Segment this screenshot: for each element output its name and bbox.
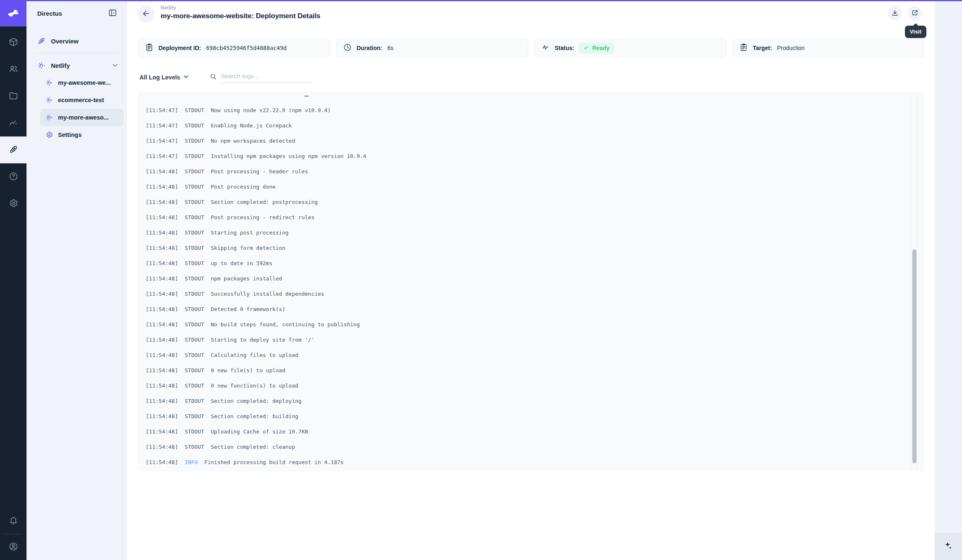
log-level: STDOUT: [185, 184, 204, 190]
log-level: INFO: [185, 459, 197, 465]
duration-card: Duration: 6s: [336, 38, 529, 57]
page-header: Netlify my-more-awesome-website: Deploym…: [127, 0, 935, 37]
user-circle-icon: [9, 542, 18, 553]
target-value: Production: [777, 45, 805, 51]
log-scrollbar-thumb[interactable]: [912, 249, 916, 463]
log-level: STDOUT: [185, 168, 204, 175]
log-timestamp: [11:54:48]: [146, 413, 178, 419]
target-card: Target: Production: [732, 38, 925, 57]
sidebar-item-overview[interactable]: Overview: [26, 32, 127, 50]
log-level: STDOUT: [185, 337, 204, 343]
module-content-button[interactable]: [0, 29, 26, 56]
sidebar-item-netlify[interactable]: Netlify: [26, 57, 127, 74]
log-level: STDOUT: [185, 428, 204, 435]
module-files-button[interactable]: [0, 83, 26, 110]
log-line: [11:54:48]STDOUTPost processing done: [146, 179, 899, 194]
log-lines: [11:54:47]STDOUTNow using node v22.22.0 …: [138, 92, 924, 470]
log-message: Calculating files to upload: [211, 352, 298, 358]
bell-icon: [9, 516, 18, 526]
sidebar-header: Directus: [26, 0, 127, 26]
module-insights-button[interactable]: [0, 110, 26, 136]
sidebar-nav: Overview Netlify my-awesome-we... ecomme…: [26, 26, 127, 144]
log-timestamp: [11:54:48]: [146, 214, 178, 220]
module-netlify-extension-button[interactable]: [0, 136, 26, 163]
log-level: STDOUT: [185, 398, 204, 404]
log-scrollbar-track[interactable]: [911, 95, 917, 470]
log-message: Uploading Cache of size 10.7KB: [211, 428, 308, 435]
sidebar-item-label: Overview: [51, 38, 79, 45]
log-timestamp: [11:54:48]: [146, 428, 178, 435]
log-message: Detected 0 framework(s): [211, 306, 285, 312]
log-line: [11:54:48]STDOUT0 new function(s) to upl…: [146, 378, 899, 393]
log-line: [11:54:47]STDOUTNo npm workspaces detect…: [146, 133, 899, 148]
top-accent-bar: [0, 0, 962, 1]
module-bar: [0, 0, 26, 560]
right-sidebar-strip[interactable]: [935, 0, 962, 560]
log-level: STDOUT: [185, 214, 204, 220]
log-line: [11:54:48]STDOUTPost processing - redire…: [146, 210, 899, 225]
sidebar-divider: [36, 53, 118, 53]
sidebar-item-ecommerce-test[interactable]: ecommerce-test: [40, 91, 124, 109]
app-root: Directus Overview Netlify my-awesome-we.…: [0, 0, 962, 560]
log-line: [11:54:48]STDOUTSection completed: build…: [146, 409, 899, 424]
log-message: Skipping form detection: [211, 245, 285, 251]
directus-logo[interactable]: [0, 0, 26, 26]
log-message: Section completed: cleanup: [211, 444, 295, 450]
sparkles-icon: [943, 541, 954, 553]
module-settings-button[interactable]: [0, 190, 26, 217]
log-level: STDOUT: [185, 199, 204, 205]
main-content: Netlify my-more-awesome-website: Deploym…: [127, 0, 935, 560]
log-line: [11:54:48]STDOUTnpm packages installed: [146, 271, 899, 286]
log-line: [11:54:48]STDOUTSuccessfully installed d…: [146, 286, 899, 302]
collapse-sidebar-button[interactable]: [107, 8, 118, 19]
log-line: [11:54:48]STDOUTStarting post processing: [146, 225, 899, 240]
log-line: [11:54:48]STDOUTCalculating files to upl…: [146, 347, 899, 363]
log-line: [11:54:48]STDOUTNo build steps found, co…: [146, 317, 899, 332]
gear-icon: [9, 199, 18, 209]
log-message: Post processing - header rules: [211, 168, 308, 175]
log-level-filter[interactable]: All Log Levels: [139, 73, 190, 81]
log-level-filter-label: All Log Levels: [139, 74, 180, 81]
header-actions: [888, 6, 922, 20]
download-logs-button[interactable]: [888, 6, 902, 20]
log-message: Enabling Node.js Corepack: [211, 122, 292, 129]
log-timestamp: [11:54:47]: [146, 107, 178, 113]
ai-assistant-button[interactable]: [935, 533, 962, 560]
visit-tooltip: Visit: [905, 26, 926, 38]
clipboard-icon: [739, 43, 748, 53]
back-button[interactable]: [137, 5, 155, 23]
sidebar-item-my-more-awesome-website[interactable]: my-more-aweso...: [40, 109, 124, 126]
sidebar-item-my-awesome-website[interactable]: my-awesome-we...: [40, 74, 124, 91]
log-level: STDOUT: [185, 245, 204, 251]
search-input[interactable]: [221, 72, 313, 83]
log-message: Section completed: postprocessing: [211, 199, 317, 205]
log-timestamp: [11:54:48]: [146, 459, 178, 465]
log-message: Starting post processing: [211, 230, 289, 236]
clipboard-icon: [145, 43, 154, 53]
visit-site-button[interactable]: [908, 6, 922, 20]
module-help-button[interactable]: [0, 163, 26, 190]
log-level: STDOUT: [185, 275, 204, 282]
log-timestamp: [11:54:48]: [146, 275, 178, 282]
sidebar-item-settings[interactable]: Settings: [40, 126, 124, 144]
log-timestamp: [11:54:48]: [146, 260, 178, 266]
log-message: Section completed: building: [211, 413, 298, 419]
folder-icon: [9, 91, 18, 102]
sidebar-item-label: my-awesome-we...: [58, 79, 111, 86]
module-users-button[interactable]: [0, 56, 26, 83]
log-message: 0 new function(s) to upload: [211, 383, 298, 389]
user-menu-button[interactable]: [0, 534, 26, 560]
log-timestamp: [11:54:48]: [146, 168, 178, 175]
notifications-button[interactable]: [0, 508, 26, 534]
log-search: [209, 72, 313, 83]
log-line: [11:54:48]STDOUT0 new file(s) to upload: [146, 363, 899, 378]
log-level: STDOUT: [185, 383, 204, 389]
log-line: [11:54:47]STDOUTInstalling npm packages …: [146, 148, 899, 164]
breadcrumb: Netlify: [161, 5, 320, 11]
project-title: Directus: [37, 10, 107, 17]
log-line: [11:54:48]INFOFinished processing build …: [146, 455, 899, 470]
log-timestamp: [11:54:48]: [146, 444, 178, 450]
log-line: [11:54:47]STDOUTNow using node v22.22.0 …: [146, 103, 899, 118]
log-level: STDOUT: [185, 306, 204, 312]
netlify-burst-icon: [46, 114, 53, 121]
